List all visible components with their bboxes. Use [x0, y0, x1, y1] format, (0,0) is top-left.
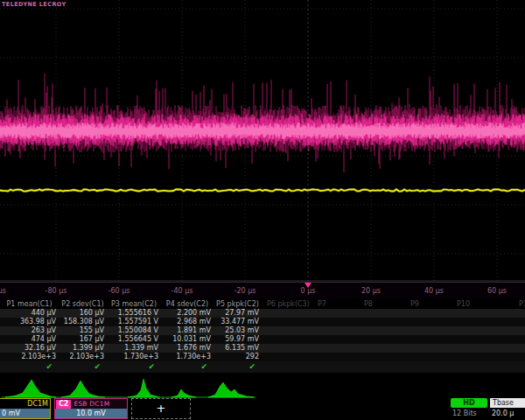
- c2-scale-label: 10.0 mV: [55, 409, 127, 418]
- measure-value-p9: [405, 344, 452, 353]
- measure-value-p5: 27.97 mV: [214, 309, 262, 318]
- add-trace-button[interactable]: +: [131, 398, 191, 419]
- measure-value-p4: 1.730e+3: [161, 353, 214, 361]
- measure-value-p6: [262, 335, 312, 344]
- time-axis-label: -40 µs: [172, 287, 193, 295]
- measure-value-p7: [312, 353, 359, 361]
- param-histicon[interactable]: [128, 379, 159, 397]
- measure-value-p8: [359, 309, 405, 318]
- timebase-axis[interactable]: -100 µs-80 µs-60 µs-40 µs-20 µs0 µs20 µs…: [0, 282, 525, 300]
- measure-value-p1: 263 µV: [0, 326, 59, 335]
- measure-value-p8: [359, 326, 405, 335]
- waveform-display[interactable]: [0, 0, 525, 282]
- measure-value-p6: [262, 344, 312, 353]
- param-header-p1[interactable]: P1 mean(C1): [0, 299, 59, 309]
- measure-value-p9: [405, 318, 452, 326]
- measure-value-p3: 1.339 mV: [107, 344, 161, 353]
- measure-value-p8: [359, 335, 405, 344]
- measure-value-p5: 6.135 mV: [214, 344, 262, 353]
- time-axis-label: 20 µs: [361, 287, 381, 295]
- param-header-p7: P7: [312, 299, 359, 309]
- measure-value-p10: [452, 353, 498, 361]
- status-check-p8: [359, 361, 405, 373]
- measure-value-p8: [359, 353, 405, 361]
- measure-value-p10: [452, 326, 498, 335]
- measure-value-p1: 474 µV: [0, 335, 59, 344]
- channel-c1-descriptor[interactable]: DC1M 0 mV: [0, 398, 51, 419]
- c1-scale-label: 0 mV: [0, 409, 50, 418]
- measure-value-p4: 10.031 mV: [161, 335, 214, 344]
- measure-value-p2: 167 µV: [59, 335, 107, 344]
- measurements-table: P1 mean(C1)P2 sdev(C1)P3 mean(C2)P4 sdev…: [0, 299, 525, 373]
- status-check-p7: [312, 361, 359, 373]
- measure-value-p5: 33.477 mV: [214, 318, 262, 326]
- measure-value-p4: 1.676 mV: [161, 344, 214, 353]
- trace-c2-and-c1: [0, 0, 525, 282]
- param-header-p6: P6 pkpk(C3): [262, 299, 312, 309]
- descriptor-row: DC1M 0 mV C2 ESB DC1M 10.0 mV + HD 12 Bi…: [0, 396, 525, 420]
- status-check-p5: ✔: [214, 361, 262, 373]
- measure-value-p6: [262, 318, 312, 326]
- measure-value-p10: [452, 335, 498, 344]
- measure-value-p7: [312, 335, 359, 344]
- measure-stat-row: 474 µV167 µV1.556645 V10.031 mV59.97 mV: [0, 335, 525, 344]
- trigger-position-marker[interactable]: [304, 283, 312, 288]
- measure-value-p8: [359, 318, 405, 326]
- status-check-p3: ✔: [107, 361, 161, 373]
- status-check-p4: ✔: [161, 361, 214, 373]
- timebase-descriptor[interactable]: Tbase: [490, 398, 525, 408]
- measure-stat-row: 440 µV160 µV1.555616 V2.200 mV27.97 mV: [0, 309, 525, 318]
- measure-value-p3: 1.556645 V: [107, 335, 161, 344]
- measure-value-p11: [498, 335, 525, 344]
- measure-value-p2: 155 µV: [59, 326, 107, 335]
- time-axis-label: -20 µs: [234, 287, 256, 295]
- status-check-p9: [405, 361, 452, 373]
- measure-value-p9: [405, 335, 452, 344]
- c2-coupling-label: ESB DC1M: [74, 400, 109, 408]
- time-axis-label: -80 µs: [46, 287, 67, 295]
- time-axis-label: 60 µs: [487, 287, 507, 295]
- measure-value-p10: [452, 309, 498, 318]
- oscilloscope-screen: TELEDYNE LECROY -100 µs-80 µs-60 µs-40 µ…: [0, 0, 525, 420]
- measure-value-p3: 1.550084 V: [107, 326, 161, 335]
- measure-stat-row: 263 µV155 µV1.550084 V1.891 mV25.03 mV: [0, 326, 525, 335]
- measure-value-p9: [405, 353, 452, 361]
- param-header-p2[interactable]: P2 sdev(C1): [59, 299, 107, 309]
- measure-value-p2: 158.308 µV: [59, 318, 107, 326]
- measure-stat-row: 32.16 µV1.399 µV1.339 mV1.676 mV6.135 mV: [0, 344, 525, 353]
- measure-value-p11: [498, 344, 525, 353]
- measure-value-p5: 59.97 mV: [214, 335, 262, 344]
- time-axis-label: 0 µs: [301, 287, 316, 295]
- measure-value-p5: 25.03 mV: [214, 326, 262, 335]
- brand-logo: TELEDYNE LECROY: [2, 1, 66, 8]
- param-header-p3[interactable]: P3 mean(C2): [107, 299, 161, 309]
- measure-value-p1: 363.98 µV: [0, 318, 59, 326]
- time-axis-label: -100 µs: [0, 287, 6, 295]
- status-check-p6: [262, 361, 312, 373]
- status-check-p10: [452, 361, 498, 373]
- time-axis-label: -60 µs: [108, 287, 130, 295]
- param-header-p5[interactable]: P5 pkpk(C2): [214, 299, 262, 309]
- measure-value-p1: 440 µV: [0, 309, 59, 318]
- param-header-p4[interactable]: P4 sdev(C2): [161, 299, 214, 309]
- measure-value-p7: [312, 326, 359, 335]
- hd-mode-badge[interactable]: HD: [451, 398, 487, 408]
- status-check-p2: ✔: [59, 361, 107, 373]
- c2-channel-badge: C2: [56, 400, 71, 409]
- measure-stat-row: 2.103e+32.103e+31.730e+31.730e+3292: [0, 353, 525, 361]
- measure-value-p1: 32.16 µV: [0, 344, 59, 353]
- time-axis-label: 40 µs: [424, 287, 444, 295]
- measure-value-p4: 2.968 mV: [161, 318, 214, 326]
- channel-c2-descriptor[interactable]: C2 ESB DC1M 10.0 mV: [54, 398, 128, 419]
- measure-value-p9: [405, 326, 452, 335]
- measure-value-p1: 2.103e+3: [0, 353, 59, 361]
- measure-value-p11: [498, 353, 525, 361]
- measure-value-p2: 1.399 µV: [59, 344, 107, 353]
- param-histicon[interactable]: [5, 380, 56, 397]
- param-header-p10: P10: [452, 299, 498, 309]
- measure-value-p7: [312, 344, 359, 353]
- resolution-label: 12 Bits: [452, 410, 477, 417]
- measure-value-p11: [498, 326, 525, 335]
- param-header-p8: P8: [359, 299, 405, 309]
- timebase-value: 20.0 µ: [492, 410, 514, 417]
